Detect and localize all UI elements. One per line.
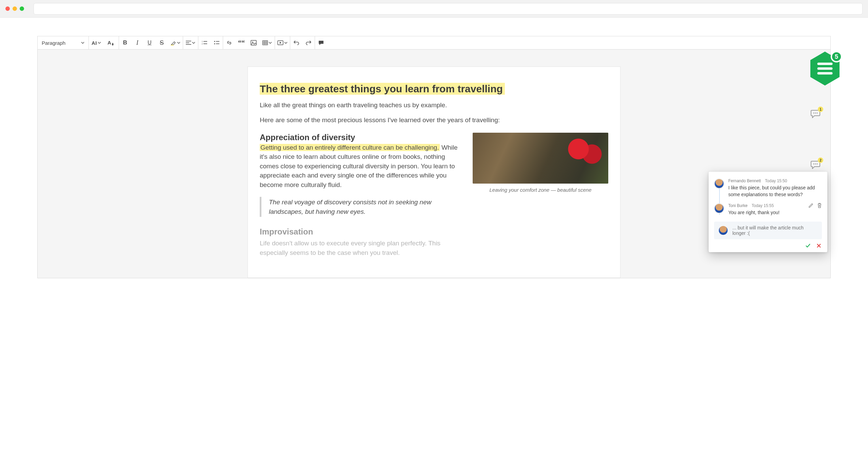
close-icon: [816, 243, 821, 248]
media-icon: [277, 40, 283, 45]
chevron-down-icon: [192, 41, 195, 44]
comment-2-avatar[interactable]: [714, 203, 724, 213]
check-icon: [805, 243, 811, 248]
font-size-icon: A ▲ ▼: [107, 40, 115, 46]
reply-input[interactable]: ... but it will make the article much lo…: [732, 225, 818, 236]
comment-marker-1[interactable]: 1: [810, 109, 821, 118]
font-size-button[interactable]: A ▲ ▼: [104, 36, 119, 49]
italic-icon: I: [136, 39, 138, 46]
edit-comment-button[interactable]: [808, 203, 814, 209]
reply-input-row: ... but it will make the article much lo…: [714, 222, 822, 239]
undo-button[interactable]: [290, 36, 302, 49]
comment-2-author: Toni Burke: [728, 203, 748, 208]
table-button[interactable]: [260, 36, 275, 49]
section-heading-improvisation[interactable]: Improvisation: [260, 227, 460, 237]
ai-assist-button[interactable]: AI: [89, 36, 104, 49]
heading-dropdown[interactable]: Paragraph: [38, 36, 88, 49]
image-button[interactable]: [248, 36, 260, 49]
svg-point-25: [816, 112, 817, 113]
comment-icon: [318, 40, 324, 45]
editor-toolbar: Paragraph AI A ▲ ▼ B I U S: [37, 36, 831, 50]
lead-paragraph-1[interactable]: Like all the great things on earth trave…: [260, 101, 608, 109]
window-close-button[interactable]: [5, 6, 10, 11]
comment-2-text: You are right, thank you!: [728, 209, 822, 216]
ai-label: AI: [92, 40, 97, 46]
quote-icon: ““: [238, 39, 245, 47]
svg-point-23: [813, 112, 814, 113]
comment-1-avatar[interactable]: [714, 179, 724, 189]
lead-paragraph-2[interactable]: Here are some of the most precious lesso…: [260, 116, 608, 124]
comment-marker-2-count: 2: [818, 157, 823, 163]
comment-marker-2[interactable]: 2: [810, 160, 821, 169]
align-button[interactable]: [183, 36, 198, 49]
numbered-list-button[interactable]: 1 2: [198, 36, 211, 49]
media-embed-button[interactable]: [275, 36, 290, 49]
comment-marker-1-count: 1: [818, 107, 823, 112]
underline-button[interactable]: U: [143, 36, 156, 49]
svg-text:A: A: [107, 40, 111, 45]
svg-point-16: [252, 41, 253, 42]
comment-thread-popover: Fernando Bennett Today 15:50 I like this…: [709, 172, 827, 252]
svg-point-24: [815, 112, 816, 113]
comment-1: Fernando Bennett Today 15:50 I like this…: [714, 176, 822, 201]
add-comment-button[interactable]: [315, 36, 327, 49]
figure-image[interactable]: [473, 133, 608, 184]
bold-icon: B: [123, 39, 127, 46]
window-minimize-button[interactable]: [13, 6, 17, 11]
highlight-button[interactable]: [168, 36, 183, 49]
comment-1-author: Fernando Bennett: [728, 179, 761, 183]
trash-icon: [817, 203, 822, 208]
section-heading-appreciation[interactable]: Appreciation of diversity: [260, 133, 460, 142]
document-page[interactable]: The three greatest things you learn from…: [248, 67, 620, 278]
svg-point-28: [816, 163, 817, 164]
svg-point-11: [214, 41, 215, 42]
delete-comment-button[interactable]: [817, 203, 822, 209]
window-zoom-button[interactable]: [20, 6, 24, 11]
section-body-appreciation[interactable]: Getting used to an entirely different cu…: [260, 143, 460, 190]
svg-text:1: 1: [202, 40, 203, 42]
chevron-down-icon: [81, 41, 84, 44]
comment-1-time: Today 15:50: [765, 179, 787, 183]
blockquote[interactable]: The real voyage of discovery consists no…: [260, 197, 450, 217]
svg-text:▼: ▼: [111, 43, 114, 46]
reply-avatar: [718, 225, 728, 236]
browser-url-bar[interactable]: [34, 3, 863, 15]
document-title[interactable]: The three greatest things you learn from…: [260, 82, 608, 95]
cancel-reply-button[interactable]: [816, 243, 822, 249]
redo-icon: [305, 40, 312, 45]
svg-rect-3: [171, 45, 174, 45]
notifications-hex-badge[interactable]: 5: [809, 50, 841, 87]
strikethrough-icon: S: [160, 39, 164, 46]
figure-caption[interactable]: Leaving your comfort zone — beautiful sc…: [473, 187, 608, 193]
chevron-down-icon: [98, 41, 101, 44]
chevron-down-icon: [269, 41, 272, 44]
comment-2: Toni Burke Today 15:55 You are right, th…: [714, 201, 822, 220]
bulleted-list-button[interactable]: [211, 36, 223, 49]
svg-text:2: 2: [202, 43, 203, 45]
notifications-count: 5: [831, 51, 842, 62]
underline-icon: U: [147, 40, 152, 46]
chevron-down-icon: [284, 41, 288, 44]
figure: Leaving your comfort zone — beautiful sc…: [473, 133, 608, 193]
align-left-icon: [186, 40, 191, 45]
bold-button[interactable]: B: [119, 36, 131, 49]
svg-point-27: [815, 163, 816, 164]
strikethrough-button[interactable]: S: [156, 36, 168, 49]
submit-reply-button[interactable]: [805, 243, 811, 249]
svg-rect-17: [263, 41, 268, 45]
chevron-down-icon: [177, 41, 180, 44]
bulleted-list-icon: [214, 40, 219, 45]
svg-point-26: [813, 163, 814, 164]
image-icon: [251, 40, 257, 45]
redo-button[interactable]: [302, 36, 315, 49]
table-icon: [262, 40, 268, 45]
comment-1-text: I like this piece, but could you please …: [728, 185, 822, 198]
section-body-improvisation[interactable]: Life doesn't allow us to execute every s…: [260, 239, 456, 257]
pencil-icon: [808, 203, 814, 208]
link-button[interactable]: [223, 36, 235, 49]
app-shell: Paragraph AI A ▲ ▼ B I U S: [0, 18, 868, 278]
italic-button[interactable]: I: [131, 36, 143, 49]
blockquote-button[interactable]: ““: [235, 36, 248, 49]
link-icon: [226, 40, 232, 46]
marker-icon: [170, 40, 176, 46]
